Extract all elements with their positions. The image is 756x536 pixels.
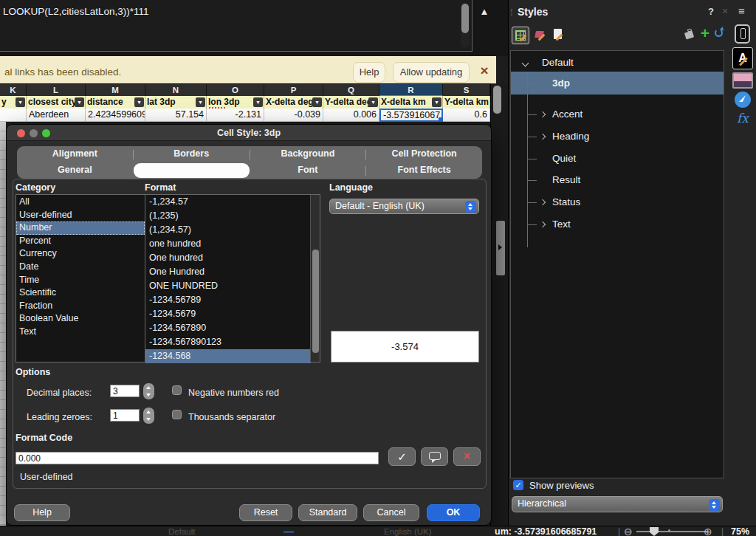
format-item[interactable]: (1,234.57) xyxy=(145,223,311,237)
category-item[interactable]: All xyxy=(16,196,145,209)
tab-background[interactable]: Background xyxy=(250,146,366,162)
decimal-places-stepper[interactable] xyxy=(143,383,154,399)
format-item[interactable]: One hundred xyxy=(145,251,311,265)
format-code-input[interactable] xyxy=(16,452,379,464)
format-item[interactable]: ONE HUNDRED xyxy=(145,279,311,293)
ok-button[interactable]: OK xyxy=(427,504,480,521)
chevron-right-icon[interactable] xyxy=(540,134,546,140)
zoom-in-icon[interactable]: ⊕ xyxy=(704,526,712,536)
autofilter-dropdown-icon[interactable]: ▼ xyxy=(196,97,205,107)
tree-item-default[interactable]: Default xyxy=(511,57,724,73)
category-item[interactable]: Boolean Value xyxy=(16,312,145,326)
style-filter-select[interactable]: Hierarchical xyxy=(512,496,723,512)
edit-comment-button[interactable] xyxy=(421,447,448,466)
thousands-separator-checkbox[interactable] xyxy=(172,410,182,419)
gallery-deck-icon[interactable] xyxy=(732,72,753,89)
formula-scrollbar[interactable] xyxy=(461,2,470,48)
column-header[interactable]: L xyxy=(27,83,86,96)
tree-item-accent[interactable]: Accent xyxy=(511,109,724,125)
chevron-right-icon[interactable] xyxy=(540,199,546,205)
tree-item-status[interactable]: Status xyxy=(511,196,724,213)
decimal-places-input[interactable] xyxy=(110,385,140,397)
column-header-selected[interactable]: R xyxy=(379,83,443,96)
tree-item-result[interactable]: Result xyxy=(511,174,724,190)
format-item[interactable]: -1234.567890123 xyxy=(145,335,311,349)
autofilter-dropdown-icon[interactable]: ▼ xyxy=(432,97,441,107)
sidebar-splitter[interactable] xyxy=(496,221,505,275)
autofilter-dropdown-icon[interactable]: ▼ xyxy=(75,97,84,107)
cell[interactable]: Aberdeen xyxy=(27,109,86,122)
cell[interactable]: 2.4234599609 xyxy=(86,109,145,122)
format-item-selected[interactable]: -1234.568 xyxy=(145,349,311,363)
cell[interactable]: 0.6 xyxy=(443,109,490,122)
fill-format-mode-button[interactable] xyxy=(683,27,696,43)
help-button[interactable]: Help xyxy=(14,504,70,521)
tab-font[interactable]: Font xyxy=(250,162,366,179)
format-item[interactable]: One Hundred xyxy=(145,265,311,279)
sheet-vertical-scrollbar-thumb[interactable] xyxy=(493,86,501,114)
category-item[interactable]: Date xyxy=(16,261,145,274)
category-item[interactable]: User-defined xyxy=(16,209,145,222)
properties-deck-icon[interactable] xyxy=(732,24,753,46)
cell[interactable]: 0.006 xyxy=(323,109,379,122)
cell[interactable]: -0.039 xyxy=(264,109,323,122)
infobar-help-button[interactable]: Help xyxy=(353,62,385,83)
format-list-scrollbar-thumb[interactable] xyxy=(312,250,319,353)
zoom-slider-track[interactable] xyxy=(636,531,707,532)
panel-close-icon[interactable]: × xyxy=(722,5,728,17)
panel-help-icon[interactable]: ? xyxy=(708,6,714,17)
show-previews-checkbox[interactable]: ✓ xyxy=(513,480,523,490)
tab-numbers-active[interactable] xyxy=(134,163,250,178)
column-header[interactable]: P xyxy=(264,83,323,96)
remove-format-button[interactable]: × xyxy=(453,447,481,466)
zoom-out-icon[interactable]: ⊖ xyxy=(624,526,633,536)
collapse-formula-bar-icon[interactable]: ▲ xyxy=(477,6,492,19)
tab-cell-protection[interactable]: Cell Protection xyxy=(366,146,482,162)
category-item[interactable]: Currency xyxy=(16,247,145,261)
tree-item-quiet[interactable]: Quiet xyxy=(511,153,724,169)
standard-button[interactable]: Standard xyxy=(298,504,357,521)
cancel-button[interactable]: Cancel xyxy=(363,504,419,521)
format-item[interactable]: -1234.5679 xyxy=(145,307,311,321)
language-select[interactable]: Default - English (UK) xyxy=(329,199,479,214)
category-item[interactable]: Percent xyxy=(16,235,145,248)
panel-drag-handle-icon[interactable]: ⁞ xyxy=(510,7,513,18)
zoom-slider-thumb[interactable] xyxy=(650,527,659,536)
new-style-button[interactable]: + xyxy=(698,24,712,42)
autofilter-dropdown-icon[interactable]: ▼ xyxy=(16,97,25,107)
cell-styles-button[interactable] xyxy=(512,27,529,44)
leading-zeroes-stepper[interactable] xyxy=(143,408,154,424)
autofilter-dropdown-icon[interactable]: ▼ xyxy=(368,97,378,107)
chevron-right-icon[interactable] xyxy=(540,221,546,227)
format-item[interactable]: -1,234.57 xyxy=(145,195,311,209)
update-style-button[interactable] xyxy=(714,27,726,39)
tab-borders[interactable]: Borders xyxy=(134,146,250,162)
tree-item-text[interactable]: Text xyxy=(511,219,724,235)
category-item[interactable]: Text xyxy=(16,326,145,339)
column-header[interactable]: K xyxy=(0,83,27,96)
category-item[interactable]: Time xyxy=(16,274,145,287)
cell[interactable]: 57.154 xyxy=(145,109,207,122)
negative-numbers-red-checkbox[interactable] xyxy=(172,385,182,395)
reset-button[interactable]: Reset xyxy=(239,504,292,521)
cell[interactable]: -2.131 xyxy=(207,109,264,122)
category-item[interactable]: Scientific xyxy=(16,286,145,300)
leading-zeroes-input[interactable] xyxy=(110,409,140,422)
tree-item-heading[interactable]: Heading xyxy=(511,131,724,147)
format-list-scrollbar[interactable] xyxy=(310,195,320,362)
column-header[interactable]: Q xyxy=(323,83,379,96)
format-item[interactable]: -1234.567890 xyxy=(145,321,311,335)
infobar-close-icon[interactable]: × xyxy=(476,63,492,82)
category-item-selected[interactable]: Number xyxy=(16,221,145,235)
format-item[interactable]: (1,235) xyxy=(145,209,311,223)
tab-font-effects[interactable]: Font Effects xyxy=(366,162,482,179)
navigator-deck-icon[interactable] xyxy=(735,92,751,108)
formula-scrollbar-thumb[interactable] xyxy=(461,4,469,33)
selection-fill-handle[interactable] xyxy=(439,117,441,120)
format-item[interactable]: -1234.56789 xyxy=(145,293,311,307)
panel-menu-icon[interactable]: ≡ xyxy=(738,4,745,17)
cell[interactable] xyxy=(0,109,27,122)
tab-general[interactable]: General xyxy=(17,162,133,179)
formula-input[interactable]: LOOKUP(L2,citiesLatLon,3))*111 xyxy=(0,0,472,52)
column-header[interactable]: M xyxy=(86,83,145,96)
